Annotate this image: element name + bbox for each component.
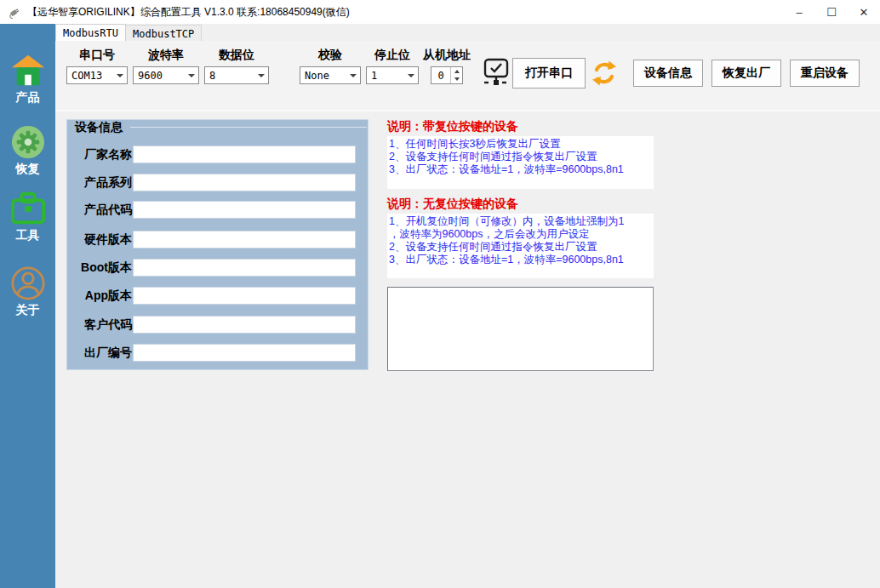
- note-line: 1、任何时间长按3秒后恢复出厂设置: [389, 138, 653, 151]
- tab-modbus-tcp[interactable]: ModbustTCP: [126, 25, 202, 42]
- stop-bits-value: 1: [367, 70, 404, 82]
- product-series-field[interactable]: [133, 174, 356, 191]
- chevron-down-icon[interactable]: [404, 74, 418, 77]
- gear-icon: [10, 124, 46, 160]
- app-version-field[interactable]: [133, 287, 356, 305]
- sidebar: 产品 恢复 工具: [0, 24, 55, 588]
- note-line: 3、出厂状态：设备地址=1，波特率=9600bps,8n1: [389, 163, 653, 176]
- boot-version-field[interactable]: [133, 259, 356, 277]
- baud-rate-select[interactable]: 9600: [133, 66, 199, 84]
- chevron-down-icon[interactable]: [254, 74, 268, 77]
- product-series-label: 产品系列: [69, 175, 132, 191]
- serial-number-field[interactable]: [133, 344, 356, 362]
- serial-port-label: 串口号: [66, 48, 128, 63]
- note-heading-without-reset-button: 说明：无复位按键的设备: [387, 197, 654, 212]
- device-info-groupbox: 设备信息 厂家名称 产品系列 产品代码 硬件版本 Boot版本 App版本 客户…: [66, 119, 369, 370]
- vendor-name-field[interactable]: [133, 146, 356, 163]
- hardware-version-label: 硬件版本: [69, 232, 132, 248]
- sidebar-item-restore[interactable]: 恢复: [0, 124, 55, 177]
- chevron-down-icon[interactable]: [113, 74, 127, 77]
- product-code-label: 产品代码: [69, 203, 132, 218]
- tab-strip: ModbusRTU ModbustTCP: [55, 24, 880, 41]
- note-box-without-reset-button: 1、开机复位时间（可修改）内，设备地址强制为1 ，波特率为9600bps，之后会…: [387, 214, 654, 278]
- sidebar-item-tools[interactable]: 工具: [0, 191, 55, 243]
- parity-select[interactable]: None: [300, 66, 361, 84]
- baud-rate-label: 波特率: [133, 48, 199, 63]
- stepper-up-icon[interactable]: [451, 67, 462, 76]
- restart-device-button[interactable]: 重启设备: [790, 60, 860, 87]
- serial-number-label: 出厂编号: [69, 345, 132, 361]
- home-icon: [10, 53, 46, 88]
- factory-reset-button[interactable]: 恢复出厂: [711, 60, 781, 87]
- chevron-down-icon[interactable]: [185, 74, 198, 77]
- window-controls: – ☐ ✕: [783, 0, 880, 24]
- data-bits-label: 数据位: [204, 48, 269, 63]
- app-window: 【远华智享ORIGILINK】综合配置工具 V1.3.0 联系:18068450…: [0, 0, 880, 588]
- open-serial-button[interactable]: 打开串口: [512, 58, 586, 88]
- log-output[interactable]: [387, 287, 654, 371]
- stop-bits-label: 停止位: [366, 48, 419, 63]
- note-line: 3、出厂状态：设备地址=1，波特率=9600bps,8n1: [389, 254, 653, 266]
- device-info-title: 设备信息: [72, 120, 125, 135]
- minimize-button[interactable]: –: [783, 0, 815, 24]
- sidebar-item-product[interactable]: 产品: [0, 53, 55, 106]
- sidebar-item-label: 关于: [0, 303, 55, 318]
- boot-version-label: Boot版本: [69, 260, 132, 276]
- product-code-field[interactable]: [133, 201, 356, 219]
- serial-connect-status-icon: [483, 58, 510, 88]
- toolbox-icon: [9, 191, 47, 226]
- refresh-icon[interactable]: [590, 59, 619, 88]
- slave-address-input[interactable]: [431, 67, 450, 83]
- app-plug-icon: [8, 5, 21, 19]
- data-bits-value: 8: [205, 70, 254, 82]
- note-heading-with-reset-button: 说明：带复位按键的设备: [387, 119, 654, 134]
- parity-value: None: [300, 70, 346, 82]
- stepper-buttons: [450, 67, 462, 83]
- note-line: 1、开机复位时间（可修改）内，设备地址强制为1: [389, 215, 653, 228]
- app-version-label: App版本: [69, 288, 132, 304]
- user-icon: [10, 265, 46, 301]
- customer-code-label: 客户代码: [69, 317, 132, 333]
- groupbox-border-line: [130, 127, 367, 128]
- note-line: 2、设备支持任何时间通过指令恢复出厂设置: [389, 151, 653, 163]
- note-line: ，波特率为9600bps，之后会改为用户设定: [389, 228, 653, 241]
- note-box-with-reset-button: 1、任何时间长按3秒后恢复出厂设置 2、设备支持任何时间通过指令恢复出厂设置 3…: [387, 136, 654, 189]
- sidebar-item-label: 恢复: [0, 162, 55, 177]
- note-line: 2、设备支持任何时间通过指令恢复出厂设置: [389, 241, 653, 254]
- maximize-button[interactable]: ☐: [815, 0, 848, 24]
- serial-port-select[interactable]: COM13: [66, 66, 128, 84]
- close-button[interactable]: ✕: [848, 0, 880, 24]
- tab-modbus-rtu[interactable]: ModbusRTU: [55, 24, 126, 41]
- sidebar-item-label: 工具: [0, 228, 55, 243]
- baud-rate-value: 9600: [134, 70, 185, 82]
- sidebar-item-label: 产品: [0, 90, 55, 106]
- stepper-down-icon[interactable]: [451, 76, 462, 84]
- window-title: 【远华智享ORIGILINK】综合配置工具 V1.3.0 联系:18068450…: [27, 5, 350, 20]
- slave-address-stepper[interactable]: [431, 66, 463, 84]
- hardware-version-field[interactable]: [133, 231, 356, 248]
- serial-port-value: COM13: [67, 70, 113, 82]
- title-bar: 【远华智享ORIGILINK】综合配置工具 V1.3.0 联系:18068450…: [0, 0, 880, 24]
- device-info-button[interactable]: 设备信息: [633, 60, 703, 87]
- parity-label: 校验: [300, 48, 361, 63]
- vendor-name-label: 厂家名称: [69, 147, 132, 163]
- customer-code-field[interactable]: [133, 316, 356, 334]
- data-bits-select[interactable]: 8: [204, 66, 269, 84]
- sidebar-item-about[interactable]: 关于: [0, 265, 55, 318]
- chevron-down-icon[interactable]: [346, 74, 360, 77]
- slave-address-label: 从机地址: [420, 48, 473, 63]
- stop-bits-select[interactable]: 1: [366, 66, 419, 84]
